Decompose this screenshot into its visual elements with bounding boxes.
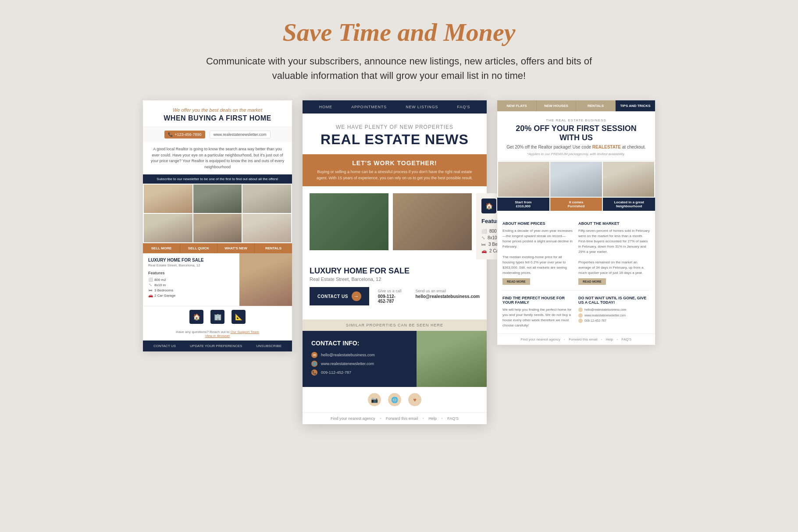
phone-pill[interactable]: 📞 +123-456-7890 [164, 131, 205, 138]
arrow-icon: → [352, 291, 361, 301]
nav-faqs[interactable]: FAQ'S [457, 105, 470, 109]
right-footer-links: Find your nearest agency • Forward this … [497, 333, 655, 345]
feature-item: ⬜800 m2 [148, 277, 234, 282]
tab-new-flats[interactable]: NEW FLATS [497, 100, 537, 111]
email-info: Send us an email hello@realestatebusines… [416, 289, 480, 304]
footer-help-link[interactable]: Help [429, 416, 437, 421]
center-subtitle: WE HAVE PLENTY OF NEW PROPERTIES [311, 124, 478, 130]
support-team-link[interactable]: Our Support Team [231, 330, 259, 334]
right-sections-row: ABOUT HOME PRICES Ending a decade of yea… [497, 216, 655, 290]
website-dot: 🌐 [311, 361, 317, 367]
contact-phone-item: 📞 009-112-452-787 [311, 369, 408, 376]
photo-cell-2 [193, 184, 242, 213]
photo-cell-4 [144, 214, 192, 242]
read-more-btn-1[interactable]: READ MORE [502, 278, 530, 285]
photo-cell-1 [144, 184, 192, 213]
read-more-btn-2[interactable]: READ MORE [578, 278, 606, 285]
center-content: 🏠 🏢 📐 Features ⬜800 m2 ⤡8x10 m 🛏3 Bedroo… [303, 193, 487, 319]
view-in-browser-link[interactable]: View in Browser [205, 334, 230, 338]
left-luxury-text: LUXURY HOME FOR SALE Real Estate Street,… [143, 253, 239, 306]
tab-tips[interactable]: TIPS AND TRICKS [616, 100, 655, 111]
left-tagline: We offer you the best deals on the marke… [152, 107, 283, 113]
section1-text2: The median existing-home price for all h… [502, 255, 574, 276]
caption-2: It comesFurnished [550, 198, 602, 211]
r-email-dot [578, 308, 583, 312]
rentals-btn[interactable]: RENTALS [255, 243, 292, 253]
right-promo-subtitle: Get 20% off the Realtor package! Use cod… [506, 144, 646, 150]
footer-faqs-link[interactable]: FAQ'S [447, 416, 459, 421]
whats-new-btn[interactable]: WHAT'S NEW [217, 243, 255, 253]
c-feat-icon-2: ⤡ [481, 235, 485, 240]
tab-new-houses[interactable]: NEW HOUSES [537, 100, 576, 111]
section3-title: FIND THE PERFECT HOUSE FOR YOUR FAMILY [502, 296, 574, 305]
left-contact-bar: 📞 +123-456-7890 www.realestatenewsletter… [143, 127, 292, 142]
footer-agency-link[interactable]: Find your nearest agency [331, 416, 375, 421]
right-promo-title: 20% OFF YOUR FIRST SESSION WITH US [506, 124, 646, 142]
center-cta-row: CONTACT US → Give us a call 009-112-452-… [310, 287, 480, 305]
r-phone-item: 009-12-452-787 [578, 318, 650, 324]
left-icon-row: 🏠 🏢 📐 [143, 306, 292, 327]
c-feat-icon-3: 🛏 [481, 242, 486, 247]
left-subscribe-bar: Subscribe to our newsletter to be one of… [143, 174, 292, 184]
r-footer-agency[interactable]: Find your nearest agency [521, 337, 560, 341]
r-footer-forward[interactable]: Forward this email [569, 337, 597, 341]
icon-box-3: 📐 [232, 310, 246, 324]
promo-suffix: at checkout. [622, 145, 646, 149]
r-footer-help[interactable]: Help [606, 337, 613, 341]
center-contact-left: CONTACT INFO: ✉ hello@realestatebusiness… [303, 331, 417, 387]
right-promo-small: THE REAL ESTATE BUSINESS [506, 118, 646, 122]
nav-appointments[interactable]: APPOINTMENTS [351, 105, 387, 109]
right-section-col-1: ABOUT HOME PRICES Ending a decade of yea… [502, 221, 574, 285]
size-icon: ⤡ [148, 283, 153, 287]
section4-title: DO NOT WAIT UNTIL IS GONE, GIVE US A CAL… [578, 296, 650, 305]
footer-note-text: Have any questions? Reach out to [176, 330, 229, 334]
center-header: WE HAVE PLENTY OF NEW PROPERTIES REAL ES… [303, 113, 487, 154]
table-image [393, 193, 472, 250]
website-pill[interactable]: www.realestatenewsletter.com [210, 131, 271, 138]
garage-icon: 🚗 [148, 293, 153, 298]
right-section-col-2: ABOUT THE MARKET Fifty-seven percent of … [578, 221, 650, 285]
left-photo-grid [143, 184, 292, 243]
footer-preferences-link[interactable]: UPDATE YOUR PREFERENCES [190, 344, 242, 348]
center-contact-info: Give us a call 009-112-452-787 Send us a… [378, 289, 480, 304]
contact-us-btn[interactable]: CONTACT US → [310, 287, 369, 305]
social-instagram[interactable]: 📷 [368, 393, 381, 406]
social-heart[interactable]: ♥ [408, 393, 421, 406]
center-similar-bar: SIMILAR PROPERTIES CAN BE SEEN HERE [303, 319, 487, 331]
r-website-item: www.realestatenewsletter.com [578, 313, 650, 319]
footer-contact-link[interactable]: CONTACT US [153, 344, 176, 348]
photo-cell-6 [242, 214, 291, 242]
website-text: www.realestatenewsletter.com [214, 132, 267, 137]
features-heading: Features [148, 271, 234, 275]
footer-forward-link[interactable]: Forward this email [386, 416, 418, 421]
center-social-row: 📷 🌐 ♥ [303, 387, 487, 412]
right-promo-note: *Applies to our PREMIUM packageonly, wit… [506, 152, 646, 156]
icon-box-1: 🏠 [189, 310, 203, 324]
photo-cell-3 [242, 184, 291, 213]
r-website-dot [578, 313, 583, 318]
social-web[interactable]: 🌐 [388, 393, 401, 406]
center-property-info: LUXURY HOME FOR SALE Real Estate Street,… [310, 266, 480, 282]
center-promo-title: LET'S WORK TOGETHER! [311, 160, 478, 167]
center-property-address: Real Estate Street, Barcelona, 12 [310, 277, 480, 282]
right-photo-1 [498, 162, 549, 197]
center-main-title: REAL ESTATE NEWS [311, 132, 478, 147]
footer-unsubscribe-link[interactable]: UNSUBSCRIBE [256, 344, 281, 348]
plant-image [310, 193, 388, 250]
tab-rentals[interactable]: RENTALS [576, 100, 616, 111]
email-card-center: HOME APPOINTMENTS NEW LISTINGS FAQ'S WE … [303, 100, 487, 424]
right-tab-row: NEW FLATS NEW HOUSES RENTALS TIPS AND TR… [497, 100, 655, 111]
r-footer-faqs[interactable]: FAQ'S [622, 337, 632, 341]
right-contact-info: hello@realestatebusiness.com www.realest… [578, 307, 650, 324]
bed-icon: 🛏 [148, 288, 153, 292]
r-phone-text: 009-12-452-787 [584, 318, 606, 324]
nav-new-listings[interactable]: NEW LISTINGS [406, 105, 438, 109]
feature-item: 🛏3 Bedrooms [148, 287, 234, 293]
subtitle: Communicate with your subscribers, annou… [202, 54, 596, 83]
sell-more-btn[interactable]: SELL MORE [143, 243, 180, 253]
left-title: WHEN BUYING A FIRST HOME [152, 114, 283, 122]
r-email-text: hello@realestatebusiness.com [584, 307, 626, 313]
nav-home[interactable]: HOME [319, 105, 332, 109]
r-phone-dot [578, 319, 583, 323]
sell-quick-btn[interactable]: SELL QUICK [180, 243, 217, 253]
